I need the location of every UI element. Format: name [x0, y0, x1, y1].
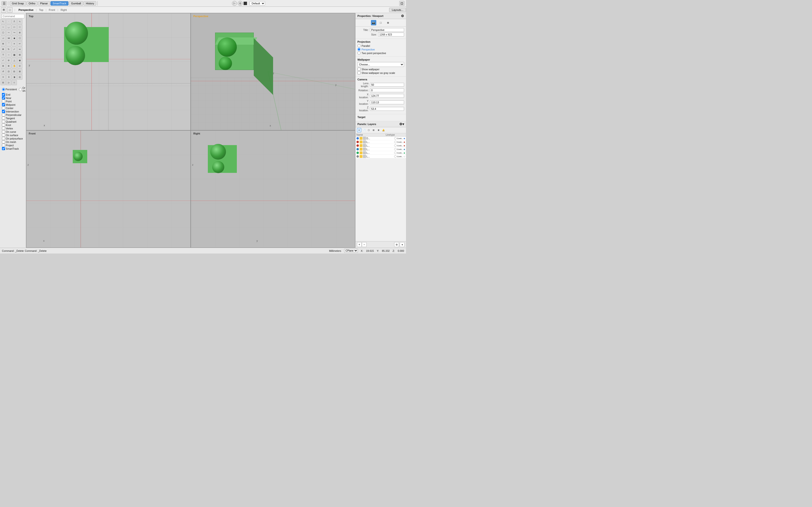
snap-label-project[interactable]: Project: [6, 144, 14, 147]
snap-label-end[interactable]: End: [6, 93, 10, 96]
snap-cb-near[interactable]: [2, 96, 5, 100]
snap-label-midpoint[interactable]: Midpoint: [6, 103, 15, 106]
ortho-btn[interactable]: Ortho: [27, 1, 38, 6]
planar-btn[interactable]: Planar: [38, 1, 50, 6]
snap-cb-quadrant[interactable]: [2, 120, 5, 123]
render-tool[interactable]: ◉: [17, 58, 22, 63]
fillet-tool[interactable]: ⌒: [6, 41, 11, 46]
snap-label-on_mesh[interactable]: On mesh: [6, 140, 16, 144]
tab-front[interactable]: Front: [46, 8, 57, 12]
play-btn[interactable]: ▷: [232, 1, 237, 6]
snap-cb-on_surface[interactable]: [2, 133, 5, 137]
command-input[interactable]: [1, 14, 24, 18]
layers-file-btn[interactable]: 📄: [362, 128, 366, 132]
ellipse-tool[interactable]: ⬭: [12, 24, 17, 30]
remove-layer-btn[interactable]: −: [362, 242, 367, 247]
front-viewport[interactable]: Front x: [26, 130, 191, 248]
display-icon[interactable]: □: [378, 20, 384, 25]
layer-row[interactable]: L... Conti... ◆: [355, 148, 406, 151]
history-btn[interactable]: History: [84, 1, 96, 6]
freeform-tool[interactable]: 〜: [12, 30, 17, 35]
title-field[interactable]: [370, 28, 404, 32]
lens-length-field[interactable]: [370, 83, 404, 87]
properties-settings-btn[interactable]: ⚙: [401, 14, 404, 18]
single-view-btn[interactable]: □: [7, 7, 12, 12]
perspective-viewport[interactable]: Perspective: [191, 13, 355, 130]
polygon-tool[interactable]: ⬡: [0, 30, 6, 35]
z-location-field[interactable]: [370, 107, 404, 111]
snap-cb-on_polysurface[interactable]: [2, 137, 5, 140]
link-icon[interactable]: ⊕: [386, 20, 391, 25]
zebra-tool[interactable]: ⊘: [6, 58, 11, 63]
snap-label-intersection[interactable]: Intersection: [6, 110, 19, 113]
tab-right[interactable]: Right: [58, 8, 69, 12]
layers-3d-btn[interactable]: ⬡: [367, 128, 371, 132]
snap-label-point[interactable]: Point: [6, 100, 12, 103]
snap-label-vertex[interactable]: Vertex: [6, 127, 13, 130]
mirror-tool[interactable]: ⇔: [17, 47, 22, 52]
show-gray-cb[interactable]: [357, 71, 361, 74]
select-tool[interactable]: ↖: [0, 19, 6, 24]
snap-label-smart_track[interactable]: SmartTrack: [6, 147, 19, 150]
rotation-field[interactable]: [370, 89, 404, 92]
solid-tool[interactable]: ◆: [12, 36, 17, 41]
snap-cb-center[interactable]: [2, 107, 5, 110]
persistent-label[interactable]: Persistent: [2, 87, 17, 92]
tab-top[interactable]: Top: [37, 8, 46, 12]
layers-settings-btn[interactable]: ⚙▾: [399, 122, 404, 126]
layers-tab-btn[interactable]: ≡: [357, 128, 361, 132]
cplane-tool[interactable]: ⊹: [12, 80, 17, 85]
grid-snap-btn[interactable]: Grid Snap: [10, 1, 26, 6]
matl-tool[interactable]: ◑: [12, 74, 17, 80]
layer-row[interactable]: L... Conti... ◆: [355, 140, 406, 144]
text-tool[interactable]: T: [0, 52, 6, 57]
persistent-radio[interactable]: [2, 88, 5, 91]
layer-row[interactable]: D... Conti... ◆: [355, 137, 406, 140]
helix-tool[interactable]: ⊛: [17, 30, 22, 35]
layouts-btn[interactable]: Layouts...: [389, 8, 406, 12]
layers-table-btn[interactable]: ⊞: [371, 128, 376, 132]
block-tool[interactable]: ⊞: [17, 52, 22, 57]
add-layer-btn[interactable]: +: [357, 242, 362, 247]
snap-cb-vertex[interactable]: [2, 127, 5, 130]
camera-tool[interactable]: ⊡: [6, 69, 11, 74]
spline-tool[interactable]: ⤳: [6, 30, 11, 35]
snap-cb-on_mesh[interactable]: [2, 140, 5, 144]
snap-label-near[interactable]: Near: [6, 97, 11, 100]
dim-tool[interactable]: ↔: [6, 52, 11, 57]
draft-tool[interactable]: △: [12, 58, 17, 63]
stop-btn[interactable]: ◎: [238, 1, 243, 6]
rotate-tool[interactable]: ↻: [6, 47, 11, 52]
snap-cb-smart_track[interactable]: [2, 147, 5, 150]
snap-cb-tangent[interactable]: [2, 117, 5, 120]
top-viewport[interactable]: Top: [26, 13, 191, 130]
mesh-tool[interactable]: ⋈: [6, 36, 11, 41]
trim-tool[interactable]: ✂: [17, 41, 22, 46]
circle-tool[interactable]: ○: [0, 24, 6, 30]
script-tool[interactable]: ▷: [6, 80, 11, 85]
layers-monitor-btn[interactable]: 🖥: [376, 128, 380, 132]
polyline-tool[interactable]: /\: [12, 19, 17, 24]
parallel-radio[interactable]: [357, 44, 361, 47]
zoom-window-tool[interactable]: ⊗: [6, 63, 11, 68]
gumball-btn[interactable]: Gumball: [69, 1, 83, 6]
zoom-tool[interactable]: ⊕: [0, 63, 6, 68]
grid-view-btn[interactable]: ⊞: [1, 7, 6, 12]
layers-dropdown-btn[interactable]: ▾: [400, 242, 405, 247]
snap-cb-point[interactable]: [2, 100, 5, 103]
snap-label-center[interactable]: Center: [6, 107, 13, 110]
hamburger-menu-btn[interactable]: ☰: [1, 1, 7, 6]
zoom-sel-tool[interactable]: ⊙: [17, 63, 22, 68]
analyse-tool[interactable]: ✓: [0, 58, 6, 63]
snap-label-on_curve[interactable]: On curve: [6, 130, 16, 133]
boolean-tool[interactable]: ⊕: [0, 41, 6, 46]
snap-cb-knot[interactable]: [2, 123, 5, 126]
rect-tool[interactable]: □: [17, 24, 22, 30]
snap-label-on_polysurface[interactable]: On polysurface: [6, 137, 23, 140]
offset-tool[interactable]: ≡: [12, 41, 17, 46]
snap-cb-on_curve[interactable]: [2, 130, 5, 133]
prop-tool[interactable]: ℹ: [6, 74, 11, 80]
layers-settings-small-btn[interactable]: ⚙: [394, 242, 399, 247]
wallpaper-select[interactable]: Choose...: [357, 62, 404, 67]
pan-tool[interactable]: ✋: [12, 63, 17, 68]
